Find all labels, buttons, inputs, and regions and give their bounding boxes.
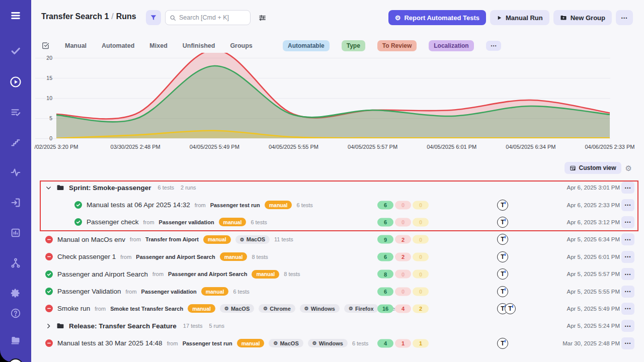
group-title: Release: Transfer Search Feature	[69, 322, 177, 330]
tab-mixed[interactable]: Mixed	[149, 42, 167, 49]
hamburger-menu-icon[interactable]	[6, 6, 26, 26]
y-axis-tick: 20	[35, 55, 52, 61]
passed-count-pill: 6	[377, 218, 393, 226]
app-window: T Transfer Search 1/Runs ⚙ Report Automa…	[0, 0, 644, 362]
group-row[interactable]: Sprint: Smoke-passenger6 tests2 runsApr …	[31, 179, 644, 196]
display-settings-sliders-icon[interactable]	[256, 12, 268, 24]
tag-filter-automatable[interactable]: Automatable	[283, 40, 330, 51]
gear-icon: ⚙	[312, 340, 317, 346]
list-check-icon[interactable]	[6, 102, 26, 122]
run-row[interactable]: Manual tests at 06 Apr 2025 14:32fromPas…	[31, 196, 644, 213]
row-more-button[interactable]: ⋯	[621, 251, 634, 263]
y-axis-tick: 0	[35, 135, 52, 141]
y-axis-tick: 5	[35, 115, 52, 121]
report-automated-tests-button[interactable]: ⚙ Report Automated Tests	[388, 10, 486, 25]
gear-icon: ⚙	[349, 306, 353, 311]
branch-icon[interactable]	[6, 253, 26, 273]
status-passed-icon	[74, 218, 82, 226]
run-row[interactable]: Smoke runfromSmoke test Transfer Searchm…	[31, 300, 644, 317]
tab-unfinished[interactable]: Unfinished	[183, 42, 215, 49]
avatar: T	[497, 268, 508, 280]
tag-filter-type[interactable]: Type	[342, 40, 365, 51]
tests-check-icon[interactable]	[6, 41, 26, 61]
custom-view-button[interactable]: Custom view	[565, 162, 621, 174]
result-count-pills: 920	[377, 235, 429, 244]
search-input[interactable]	[179, 14, 239, 21]
manual-badge: manual	[188, 304, 215, 313]
y-axis-tick: 15	[35, 75, 52, 81]
run-title: Manual on MacOs env	[57, 236, 125, 243]
row-more-button[interactable]: ⋯	[621, 286, 634, 298]
env-chip-macos: ⚙MacOS	[235, 235, 270, 244]
run-row[interactable]: Passenger and Airport SearchfromPassenge…	[31, 265, 644, 283]
view-options-row: Custom view ⚙	[565, 162, 632, 174]
runs-area-chart: 05101520/02/2025 3:20 PM03/30/2025 2:48 …	[31, 53, 644, 153]
row-more-button[interactable]: ⋯	[621, 199, 634, 211]
chevron-right-icon[interactable]	[45, 323, 52, 329]
run-source: Passenger test run	[210, 202, 260, 208]
run-row[interactable]: Manual on MacOs envfromTransfer from Aip…	[31, 231, 644, 248]
gear-icon: ⚙	[240, 237, 245, 242]
tag-filter-localization[interactable]: Localization	[429, 40, 473, 51]
row-main-cell: Check passenger 1fromPassenger and Airpo…	[31, 248, 268, 265]
env-chip-windows: ⚙Windows	[308, 339, 348, 347]
select-runs-checklist-icon[interactable]	[41, 41, 50, 50]
library-folder-icon[interactable]	[6, 330, 26, 350]
runs-play-circle-icon[interactable]	[6, 72, 26, 92]
row-main-cell: Manual tests at 30 Mar 2025 14:48fromPas…	[31, 335, 368, 352]
env-label: MacOS	[247, 236, 265, 242]
list-settings-gear-icon[interactable]: ⚙	[625, 164, 632, 172]
failed-count-pill: 0	[395, 201, 411, 209]
x-axis-tick: 04/05/2025 5:55 PM	[269, 144, 318, 150]
passed-count-pill: 6	[377, 252, 393, 261]
gear-icon: ⚙	[224, 306, 229, 311]
import-icon[interactable]	[6, 193, 26, 213]
row-more-button[interactable]: ⋯	[621, 320, 634, 332]
tests-count: 6 tests	[352, 340, 368, 346]
from-label: from	[195, 202, 206, 208]
group-row[interactable]: Release: Transfer Search Feature17 tests…	[31, 317, 644, 334]
settings-gear-icon[interactable]	[6, 283, 26, 303]
row-main-cell: Passenger and Airport SearchfromPassenge…	[31, 265, 300, 283]
run-date: Apr 6, 2025 3:01 PM	[567, 185, 620, 191]
assignee-avatars: T	[497, 251, 508, 262]
new-group-button[interactable]: New Group	[553, 10, 612, 25]
topbar-more-button[interactable]: ⋯	[616, 10, 633, 25]
result-count-pills: 600	[377, 201, 429, 209]
tab-automated[interactable]: Automated	[102, 42, 134, 49]
row-more-button[interactable]: ⋯	[621, 182, 634, 194]
row-more-button[interactable]: ⋯	[621, 216, 634, 228]
tag-filters-more-button[interactable]: ⋯	[486, 41, 501, 51]
tab-manual[interactable]: Manual	[65, 42, 87, 49]
status-passed-icon	[45, 288, 53, 295]
run-row[interactable]: Manual tests at 30 Mar 2025 14:48fromPas…	[31, 335, 644, 352]
manual-run-button[interactable]: Manual Run	[490, 10, 549, 25]
activity-pulse-icon[interactable]	[6, 162, 26, 183]
result-count-pills: 1642	[377, 304, 429, 313]
help-question-icon[interactable]	[6, 303, 26, 323]
row-more-button[interactable]: ⋯	[621, 303, 634, 315]
failed-count-pill: 2	[395, 252, 411, 261]
workspace-avatar[interactable]: T	[8, 358, 23, 362]
run-row[interactable]: Check passenger 1fromPassenger and Airpo…	[31, 248, 644, 265]
row-main-cell: Sprint: Smoke-passenger6 tests2 runs	[31, 179, 196, 196]
run-source: Passenger test run	[183, 340, 232, 346]
run-row[interactable]: Passenger checkfromPassenger validationm…	[31, 214, 644, 231]
row-more-button[interactable]: ⋯	[621, 233, 634, 245]
tag-filter-to-review[interactable]: To Review	[377, 40, 417, 51]
play-icon	[497, 15, 502, 21]
milestones-steps-icon[interactable]	[6, 132, 26, 152]
assignee-avatars: T	[497, 234, 508, 245]
passed-count-pill: 4	[377, 339, 393, 347]
row-more-button[interactable]: ⋯	[621, 268, 634, 280]
analytics-chart-icon[interactable]	[6, 223, 26, 243]
filter-button[interactable]	[146, 10, 161, 25]
row-more-button[interactable]: ⋯	[621, 337, 634, 349]
tab-groups[interactable]: Groups	[230, 42, 252, 49]
search-box[interactable]	[165, 10, 251, 25]
run-date: Mar 30, 2025 2:48 PM	[562, 340, 620, 346]
chevron-down-icon[interactable]	[45, 185, 52, 191]
topbar-actions: ⚙ Report Automated Tests Manual Run New …	[388, 10, 633, 25]
run-row[interactable]: Passenger ValidationfromPassenger valida…	[31, 283, 644, 300]
run-source: Passenger and Airport Search	[136, 254, 215, 260]
